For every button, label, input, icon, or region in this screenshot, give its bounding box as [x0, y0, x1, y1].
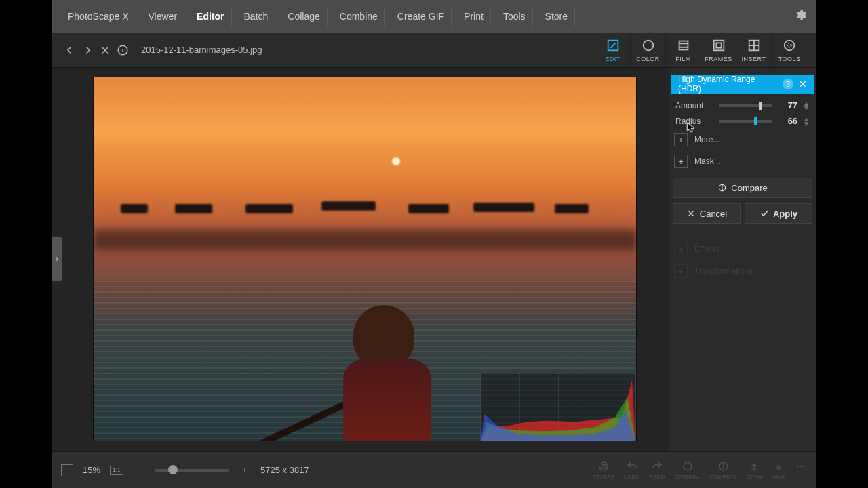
radius-slider-row: Radius 66 ▲▼	[671, 113, 814, 129]
radius-label: Radius	[675, 117, 713, 126]
svg-rect-4	[713, 40, 724, 50]
cat-frames[interactable]: FRAMES	[701, 33, 736, 68]
svg-point-12	[797, 466, 798, 467]
tab-tools[interactable]: Tools	[496, 7, 533, 26]
tab-print[interactable]: Print	[457, 7, 491, 26]
zoom-in-icon[interactable]: +	[239, 464, 251, 476]
effects-ghost: +Effects	[671, 239, 814, 260]
revert-button[interactable]: REVERT	[592, 460, 614, 480]
tab-batch[interactable]: Batch	[237, 7, 276, 26]
compare-bottom-button[interactable]: COMPARE	[710, 460, 737, 480]
original-button[interactable]: ORIGINAL	[674, 460, 700, 480]
save-button[interactable]: SAVE	[771, 460, 785, 480]
svg-point-10	[684, 462, 692, 470]
main-area: ✕ High Dynamic Range (HDR) ? ✕ Am	[52, 68, 816, 451]
plus-icon: +	[674, 133, 688, 146]
radius-spinner[interactable]: ▲▼	[803, 117, 810, 126]
amount-slider-row: Amount 77 ▲▼	[671, 98, 814, 113]
category-strip: EDIT COLOR FILM FRAMES INSERT TOOLS	[595, 33, 807, 68]
nav-forward-icon[interactable]	[81, 44, 94, 56]
fit-screen-icon[interactable]	[61, 464, 73, 476]
zoom-out-icon[interactable]: −	[133, 464, 145, 476]
sidebar-expand-handle[interactable]	[52, 237, 62, 281]
tab-viewer[interactable]: Viewer	[142, 7, 185, 26]
tab-store[interactable]: Store	[538, 7, 575, 26]
info-icon[interactable]	[117, 44, 129, 56]
tab-create-gif[interactable]: Create GIF	[391, 7, 452, 26]
editor-toolbar: 2015-12-11-barnimages-05.jpg EDIT COLOR …	[52, 33, 816, 68]
radius-value: 66	[777, 116, 797, 126]
amount-label: Amount	[675, 101, 713, 110]
histogram-overlay[interactable]	[480, 373, 636, 441]
svg-point-14	[803, 466, 804, 467]
more-menu-icon[interactable]	[795, 460, 807, 480]
hdr-panel-header: High Dynamic Range (HDR) ? ✕	[671, 75, 814, 94]
transformations-ghost: +Transformations	[671, 260, 814, 282]
help-icon[interactable]: ?	[783, 79, 793, 89]
tab-editor[interactable]: Editor	[190, 7, 231, 26]
svg-point-7	[785, 40, 795, 50]
zoom-slider[interactable]	[155, 469, 229, 472]
mask-label: Mask...	[694, 157, 721, 166]
adjustment-panel: High Dynamic Range (HDR) ? ✕ Amount 77 ▲…	[669, 68, 816, 451]
app-window: PhotoScape X Viewer Editor Batch Collage…	[52, 0, 816, 488]
cat-color[interactable]: COLOR	[631, 33, 666, 68]
tab-combine[interactable]: Combine	[333, 7, 385, 26]
tab-collage[interactable]: Collage	[281, 7, 327, 26]
cancel-button[interactable]: Cancel	[673, 203, 741, 224]
image-content	[343, 305, 425, 441]
image-content	[94, 230, 636, 250]
hdr-title: High Dynamic Range (HDR)	[678, 75, 777, 94]
compare-button[interactable]: Compare	[673, 178, 812, 198]
filename-label: 2015-12-11-barnimages-05.jpg	[141, 45, 262, 55]
gear-icon[interactable]	[795, 9, 807, 24]
more-label: More...	[694, 135, 719, 144]
bottom-bar: 15% 1:1 − + 5725 x 3817 REVERT UNDO REDO…	[52, 451, 816, 488]
redo-button[interactable]: REDO	[649, 460, 665, 480]
canvas-area: ✕	[52, 68, 669, 451]
open-button[interactable]: OPEN	[747, 460, 762, 480]
image-content	[94, 197, 636, 218]
top-tabs: PhotoScape X Viewer Editor Batch Collage…	[52, 0, 816, 33]
close-file-icon[interactable]	[99, 44, 111, 56]
cat-insert[interactable]: INSERT	[736, 33, 772, 68]
image-content	[392, 157, 400, 165]
bottom-actions: REVERT UNDO REDO ORIGINAL COMPARE OPEN S…	[592, 460, 807, 480]
cat-tools[interactable]: TOOLS	[772, 33, 807, 68]
svg-point-2	[643, 40, 653, 50]
cat-edit[interactable]: EDIT	[595, 33, 631, 68]
more-expander[interactable]: + More...	[671, 129, 814, 150]
one-to-one-button[interactable]: 1:1	[110, 466, 123, 475]
plus-icon: +	[674, 155, 688, 168]
undo-button[interactable]: UNDO	[624, 460, 640, 480]
mask-expander[interactable]: + Mask...	[671, 150, 814, 172]
zoom-percent: 15%	[83, 465, 100, 475]
close-panel-icon[interactable]: ✕	[799, 79, 807, 89]
cat-film[interactable]: FILM	[666, 33, 701, 68]
svg-rect-3	[679, 41, 688, 49]
nav-back-icon[interactable]	[64, 44, 76, 56]
radius-slider[interactable]	[719, 120, 772, 123]
amount-slider[interactable]	[719, 104, 772, 107]
amount-value: 77	[777, 100, 797, 110]
apply-button[interactable]: Apply	[745, 203, 812, 224]
app-name-tab[interactable]: PhotoScape X	[61, 7, 136, 26]
amount-spinner[interactable]: ▲▼	[803, 101, 810, 110]
image-dimensions: 5725 x 3817	[260, 465, 309, 475]
svg-point-8	[787, 43, 791, 47]
svg-point-13	[800, 466, 802, 467]
svg-rect-5	[716, 43, 721, 47]
image-canvas[interactable]: ✕	[94, 77, 636, 441]
